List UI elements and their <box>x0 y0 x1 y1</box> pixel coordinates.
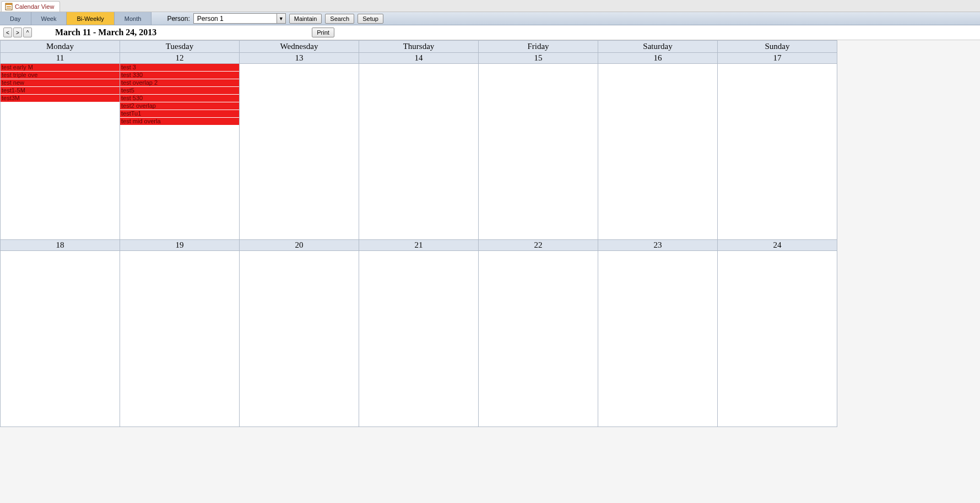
view-tab-month[interactable]: Month <box>115 12 152 25</box>
day-cell[interactable] <box>479 251 598 427</box>
day-cell[interactable] <box>359 64 479 240</box>
view-tab-biweekly[interactable]: Bi-Weekly <box>67 12 114 25</box>
day-cell[interactable] <box>598 64 718 240</box>
day-cell[interactable] <box>479 64 598 240</box>
svg-rect-1 <box>6 3 12 5</box>
svg-rect-3 <box>7 8 11 9</box>
maintain-button[interactable]: Maintain <box>289 14 322 24</box>
date-number[interactable]: 22 <box>479 240 598 251</box>
date-number[interactable]: 12 <box>120 53 240 64</box>
date-number-row: 18192021222324 <box>1 240 837 251</box>
date-number[interactable]: 23 <box>598 240 718 251</box>
event-item[interactable]: test triple ove <box>1 72 120 79</box>
date-range: March 11 - March 24, 2013 <box>55 28 156 37</box>
day-cell[interactable] <box>1 251 120 427</box>
person-input[interactable] <box>194 14 277 23</box>
date-number[interactable]: 24 <box>718 240 837 251</box>
document-tab-strip: Calendar View <box>0 0 980 12</box>
day-cell[interactable] <box>359 251 479 427</box>
date-number[interactable]: 14 <box>359 53 479 64</box>
day-cell[interactable] <box>718 64 837 240</box>
event-item[interactable]: test mid overla <box>120 118 239 125</box>
day-header: Sunday <box>718 41 837 53</box>
toolbar: Day Week Bi-Weekly Month Person: ▼ Maint… <box>0 12 980 25</box>
setup-button[interactable]: Setup <box>358 14 383 24</box>
view-tab-day[interactable]: Day <box>0 12 31 25</box>
date-number[interactable]: 17 <box>718 53 837 64</box>
day-header: Wednesday <box>240 41 359 53</box>
event-item[interactable]: test3M <box>1 95 120 102</box>
search-button[interactable]: Search <box>325 14 354 24</box>
form-icon <box>5 3 13 10</box>
date-number[interactable]: 20 <box>240 240 359 251</box>
event-item[interactable]: test2 overlap <box>120 102 239 110</box>
week-row <box>1 251 837 427</box>
event-item[interactable]: testTu1 <box>120 110 239 118</box>
view-tabs: Day Week Bi-Weekly Month <box>0 12 151 25</box>
week-row: test early Mtest triple ovetest newtest1… <box>1 64 837 240</box>
dropdown-icon[interactable]: ▼ <box>277 14 285 23</box>
date-number-row: 11121314151617 <box>1 53 837 64</box>
event-item[interactable]: test 530 <box>120 95 239 102</box>
day-header: Monday <box>1 41 120 53</box>
day-header: Friday <box>479 41 598 53</box>
event-item[interactable]: test1-5M <box>1 87 120 95</box>
day-header: Saturday <box>598 41 718 53</box>
day-header-row: Monday Tuesday Wednesday Thursday Friday… <box>1 41 837 53</box>
calendar-grid: Monday Tuesday Wednesday Thursday Friday… <box>0 40 837 427</box>
view-tab-week[interactable]: Week <box>31 12 67 25</box>
day-cell[interactable] <box>240 64 359 240</box>
event-item[interactable]: test new <box>1 79 120 87</box>
event-item[interactable]: test 3 <box>120 64 239 72</box>
date-number[interactable]: 13 <box>240 53 359 64</box>
document-tab-label: Calendar View <box>15 3 54 10</box>
person-label: Person: <box>167 15 189 23</box>
print-button[interactable]: Print <box>312 28 334 37</box>
date-number[interactable]: 19 <box>120 240 240 251</box>
next-button[interactable]: > <box>13 28 22 37</box>
day-cell[interactable] <box>718 251 837 427</box>
prev-button[interactable]: < <box>3 28 12 37</box>
day-cell[interactable]: test 3test 330test overlap 2test5test 53… <box>120 64 240 240</box>
nav-row: < > ^ March 11 - March 24, 2013 Print <box>0 25 980 40</box>
event-item[interactable]: test5 <box>120 87 239 95</box>
day-cell[interactable] <box>598 251 718 427</box>
event-item[interactable]: test early M <box>1 64 120 72</box>
person-group: Person: ▼ Maintain Search Setup <box>163 13 388 24</box>
event-item[interactable]: test overlap 2 <box>120 79 239 87</box>
date-number[interactable]: 11 <box>1 53 120 64</box>
svg-rect-2 <box>7 6 11 7</box>
document-tab-calendar-view[interactable]: Calendar View <box>1 1 60 12</box>
date-number[interactable]: 18 <box>1 240 120 251</box>
date-number[interactable]: 16 <box>598 53 718 64</box>
day-cell[interactable]: test early Mtest triple ovetest newtest1… <box>1 64 120 240</box>
day-header: Tuesday <box>120 41 240 53</box>
date-number[interactable]: 15 <box>479 53 598 64</box>
event-item[interactable]: test 330 <box>120 72 239 79</box>
date-number[interactable]: 21 <box>359 240 479 251</box>
day-header: Thursday <box>359 41 479 53</box>
person-select[interactable]: ▼ <box>193 13 286 24</box>
up-button[interactable]: ^ <box>23 28 32 37</box>
day-cell[interactable] <box>240 251 359 427</box>
day-cell[interactable] <box>120 251 240 427</box>
